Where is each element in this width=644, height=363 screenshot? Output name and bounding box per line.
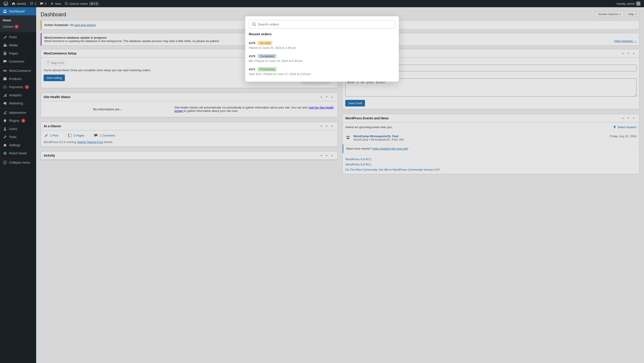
new-label: New (55, 2, 61, 6)
admin-topbar: dashify 3 0 New Search orders⌘ + K Howdy… (0, 0, 644, 7)
search-label: Search orders (70, 2, 88, 6)
search-box (249, 20, 395, 28)
order-row[interactable]: #171 Processing Sam Sue • Placed on June… (249, 65, 395, 78)
search-orders-link[interactable]: Search orders⌘ + K (63, 0, 101, 7)
plus-icon (50, 2, 54, 6)
howdy-text: Howdy, admin (617, 2, 635, 6)
recent-orders-heading: Recent orders (249, 32, 395, 36)
order-meta: Sam Sue • Placed on June 17, 2024 at 2:0… (249, 72, 395, 76)
wp-logo[interactable] (2, 0, 10, 7)
order-id: #175 (249, 41, 255, 45)
order-meta: Bill • Placed on June 24, 2024 at 5:46 p… (249, 59, 395, 62)
svg-point-20 (252, 22, 255, 25)
wordpress-icon (4, 1, 8, 6)
refresh-icon (30, 2, 33, 6)
order-status-badge: Completed (258, 54, 276, 58)
comment-icon (40, 2, 44, 6)
howdy-user[interactable]: Howdy, admin (615, 0, 642, 7)
comments-link[interactable]: 0 (38, 0, 48, 7)
search-icon (65, 2, 68, 6)
comments-count: 0 (45, 2, 46, 6)
order-status-badge: Processing (258, 67, 276, 72)
avatar-icon (636, 2, 640, 6)
order-row[interactable]: #175 On hold Placed on June 25, 2024 at … (249, 39, 395, 52)
new-link[interactable]: New (48, 0, 63, 7)
updates-count: 3 (34, 2, 36, 6)
order-id: #172 (249, 54, 255, 58)
search-orders-input[interactable] (258, 22, 392, 26)
home-icon (12, 2, 15, 6)
search-kbd: ⌘ + K (89, 2, 99, 6)
order-meta: Placed on June 25, 2024 at 1:46 pm (249, 46, 395, 50)
updates-link[interactable]: 3 (28, 0, 38, 7)
search-icon (252, 22, 256, 26)
site-name: dashify (17, 2, 26, 6)
order-id: #171 (249, 68, 255, 71)
site-home[interactable]: dashify (10, 0, 28, 7)
svg-point-1 (65, 2, 67, 4)
order-row[interactable]: #172 Completed Bill • Placed on June 24,… (249, 52, 395, 65)
search-modal: Recent orders #175 On hold Placed on Jun… (245, 16, 399, 82)
order-status-badge: On hold (258, 41, 272, 45)
search-modal-overlay[interactable]: Recent orders #175 On hold Placed on Jun… (0, 7, 644, 363)
